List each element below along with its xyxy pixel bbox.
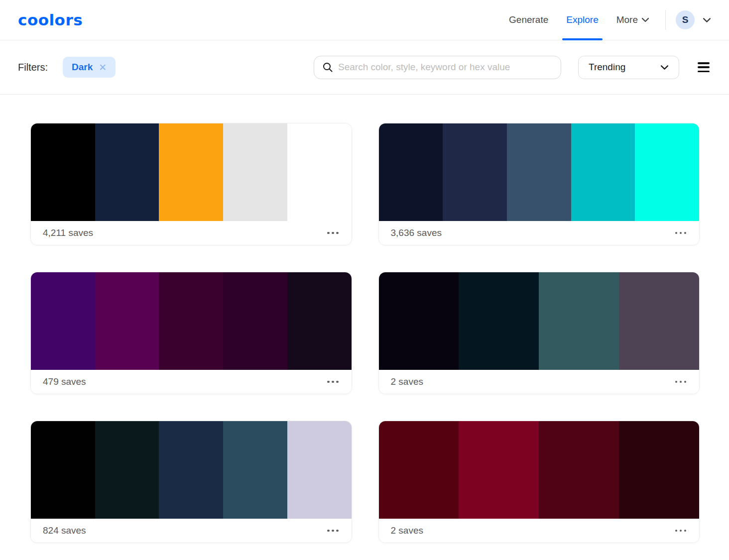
palette-grid: 4,211 saves 3,636 saves 479 saves 2 save… [0,95,729,543]
more-options-icon[interactable] [326,378,340,386]
palette-swatches [379,421,700,519]
filter-chip-label: Dark [72,62,93,73]
account-menu[interactable]: S [676,10,711,29]
search-input[interactable] [338,62,553,73]
nav-item-more[interactable]: More [608,0,658,40]
color-swatch[interactable] [95,123,159,221]
color-swatch[interactable] [287,421,352,519]
filter-bar: Filters: Dark ✕ Trending [0,40,729,95]
color-swatch[interactable] [159,123,223,221]
chevron-down-icon[interactable] [703,17,711,23]
saves-count: 824 saves [43,525,86,536]
color-swatch[interactable] [619,421,699,519]
palette-card-footer: 2 saves [379,370,700,394]
color-swatch[interactable] [31,123,95,221]
color-swatch[interactable] [31,272,95,370]
top-nav: Generate Explore More S [500,0,711,40]
color-swatch[interactable] [539,421,619,519]
chevron-down-icon [641,17,649,22]
nav-item-label: More [616,14,638,25]
sort-dropdown[interactable]: Trending [578,56,679,79]
more-options-icon[interactable] [674,527,688,535]
more-options-icon[interactable] [674,229,688,237]
palette-card-footer: 2 saves [379,519,700,543]
color-swatch[interactable] [619,272,699,370]
palette-card-4[interactable]: 2 saves [378,272,700,394]
filters-label: Filters: [18,62,48,73]
filter-chip-dark[interactable]: Dark ✕ [63,57,116,78]
palette-swatches [31,272,352,370]
palette-card-1[interactable]: 4,211 saves [30,123,352,245]
color-swatch[interactable] [379,123,443,221]
saves-count: 3,636 saves [391,227,442,238]
color-swatch[interactable] [159,272,223,370]
color-swatch[interactable] [95,421,159,519]
sort-selected-value: Trending [589,62,625,73]
color-swatch[interactable] [287,123,352,221]
more-options-icon[interactable] [326,527,340,535]
x-icon[interactable]: ✕ [99,63,107,72]
saves-count: 4,211 saves [43,227,93,238]
color-swatch[interactable] [635,123,699,221]
color-swatch[interactable] [379,421,459,519]
color-swatch[interactable] [459,421,539,519]
saves-count: 2 saves [391,525,423,536]
palette-card-5[interactable]: 824 saves [30,421,352,543]
palette-card-footer: 824 saves [31,519,352,543]
nav-item-label: Explore [566,14,598,25]
color-swatch[interactable] [507,123,571,221]
nav-links: Generate Explore More [500,0,658,40]
color-swatch[interactable] [31,421,95,519]
palette-card-footer: 4,211 saves [31,221,352,245]
nav-item-label: Generate [509,14,548,25]
palette-swatches [31,123,352,221]
color-swatch[interactable] [159,421,223,519]
palette-card-footer: 3,636 saves [379,221,700,245]
saves-count: 479 saves [43,376,86,387]
color-swatch[interactable] [539,272,619,370]
color-swatch[interactable] [379,272,459,370]
color-swatch[interactable] [571,123,635,221]
color-swatch[interactable] [459,272,539,370]
palette-card-footer: 479 saves [31,370,352,394]
hamburger-icon[interactable] [696,61,711,73]
palette-swatches [31,421,352,519]
palette-card-3[interactable]: 479 saves [30,272,352,394]
color-swatch[interactable] [223,123,287,221]
avatar[interactable]: S [676,10,695,29]
search-box[interactable] [314,56,561,79]
more-options-icon[interactable] [326,229,340,237]
color-swatch[interactable] [223,272,287,370]
nav-item-explore[interactable]: Explore [557,0,607,40]
palette-swatches [379,272,700,370]
color-swatch[interactable] [223,421,287,519]
color-swatch[interactable] [95,272,159,370]
palette-card-6[interactable]: 2 saves [378,421,700,543]
nav-divider [665,10,666,30]
coolors-logo[interactable]: coolors [18,11,83,29]
color-swatch[interactable] [443,123,507,221]
palette-swatches [379,123,700,221]
saves-count: 2 saves [391,376,423,387]
search-icon [322,62,333,73]
header: coolors Generate Explore More S [0,0,729,40]
avatar-initial: S [682,14,689,25]
chevron-down-icon [660,65,669,70]
more-options-icon[interactable] [674,378,688,386]
nav-item-generate[interactable]: Generate [500,0,557,40]
palette-card-2[interactable]: 3,636 saves [378,123,700,245]
color-swatch[interactable] [287,272,352,370]
